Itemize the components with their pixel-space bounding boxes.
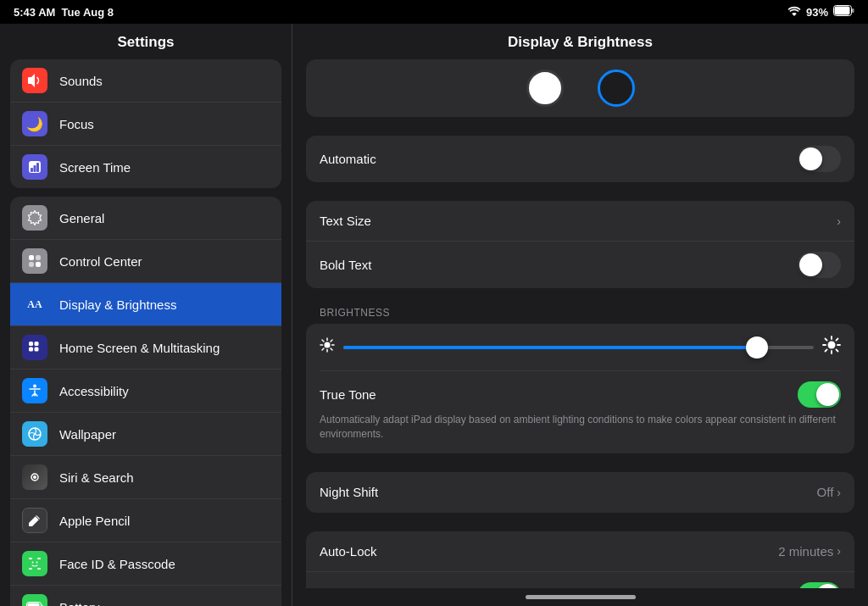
svg-point-16 <box>33 385 36 388</box>
bold-text-row: Bold Text <box>306 242 854 288</box>
sidebar-item-general[interactable]: General <box>10 197 281 240</box>
svg-rect-22 <box>29 568 32 570</box>
svg-rect-12 <box>29 342 33 346</box>
sidebar-item-apple-pencil-label: Apple Pencil <box>59 514 130 528</box>
light-mode-circle <box>526 69 564 107</box>
auto-lock-row[interactable]: Auto-Lock 2 minutes › <box>306 531 854 572</box>
svg-rect-10 <box>29 262 34 267</box>
content-title: Display & Brightness <box>292 24 868 59</box>
home-bar <box>526 595 636 599</box>
true-tone-label: True Tone <box>320 387 376 402</box>
sidebar-group-1: Sounds 🌙 Focus <box>10 59 281 188</box>
svg-point-19 <box>33 475 36 479</box>
appearance-light[interactable] <box>526 69 564 107</box>
sidebar-item-face-id[interactable]: Face ID & Passcode <box>10 542 281 586</box>
svg-point-41 <box>828 342 836 349</box>
brightness-slider-fill <box>343 346 757 349</box>
sidebar-item-accessibility-label: Accessibility <box>59 384 129 398</box>
sidebar-item-accessibility[interactable]: Accessibility <box>10 370 281 413</box>
brightness-section-label: BRIGHTNESS <box>320 307 854 319</box>
apple-pencil-icon <box>22 508 47 533</box>
automatic-row: Automatic <box>306 136 854 182</box>
sidebar-item-sounds[interactable]: Sounds <box>10 59 281 103</box>
svg-rect-15 <box>35 347 39 352</box>
svg-rect-13 <box>35 342 39 346</box>
svg-rect-21 <box>37 558 41 559</box>
sidebar-item-home-screen[interactable]: Home Screen & Multitasking <box>10 326 281 370</box>
svg-rect-9 <box>36 255 41 260</box>
true-tone-description: Automatically adapt iPad display based o… <box>320 413 841 442</box>
sidebar-item-control-center-label: Control Center <box>59 254 142 269</box>
battery-percent: 93% <box>806 6 828 19</box>
status-time: 5:43 AM Tue Aug 8 <box>14 6 114 19</box>
general-icon <box>22 205 47 231</box>
automatic-toggle-thumb <box>799 147 822 170</box>
content-area: Display & Brightness Automatic <box>292 24 868 606</box>
sidebar-item-battery-label: Battery <box>59 600 100 607</box>
sun-large-icon <box>822 336 841 359</box>
svg-rect-20 <box>29 558 32 559</box>
sidebar-item-screen-time[interactable]: Screen Time <box>10 146 281 188</box>
sidebar-item-battery[interactable]: Battery <box>10 586 281 606</box>
night-shift-row[interactable]: Night Shift Off › <box>306 472 854 513</box>
text-size-label: Text Size <box>320 214 371 228</box>
brightness-slider-row <box>320 336 841 359</box>
home-screen-icon <box>22 335 47 360</box>
content-scroll: Automatic Text Size › Bold Text <box>292 59 868 588</box>
svg-rect-28 <box>28 603 40 607</box>
svg-line-49 <box>826 349 827 351</box>
svg-rect-1 <box>852 8 854 13</box>
sidebar-group-2: General Control Center <box>10 197 281 606</box>
automatic-toggle[interactable] <box>798 146 841 172</box>
bold-text-toggle[interactable] <box>798 252 841 278</box>
dark-mode-circle <box>598 69 635 107</box>
sidebar-item-apple-pencil[interactable]: Apple Pencil <box>10 499 281 542</box>
bold-text-label: Bold Text <box>320 258 371 272</box>
sounds-icon <box>22 68 47 93</box>
lock-unlock-toggle[interactable] <box>798 582 841 588</box>
svg-rect-5 <box>34 165 36 172</box>
true-tone-toggle[interactable] <box>798 381 841 408</box>
bold-text-toggle-thumb <box>799 253 822 276</box>
text-size-chevron: › <box>837 214 841 228</box>
sidebar-item-siri-label: Siri & Search <box>59 470 134 485</box>
svg-rect-14 <box>29 347 33 352</box>
lock-unlock-toggle-thumb <box>816 584 839 588</box>
battery-icon <box>833 5 854 19</box>
brightness-slider-track[interactable] <box>343 346 814 349</box>
appearance-card <box>306 59 854 117</box>
night-shift-value: Off › <box>817 485 841 499</box>
auto-lock-chevron: › <box>837 544 841 558</box>
sidebar-item-siri[interactable]: Siri & Search <box>10 456 281 499</box>
appearance-dark[interactable] <box>598 69 635 107</box>
sidebar-item-display-label: Display & Brightness <box>59 297 176 312</box>
sidebar-item-focus[interactable]: 🌙 Focus <box>10 103 281 146</box>
sidebar-item-wallpaper[interactable]: Wallpaper <box>10 413 281 456</box>
display-icon: AA <box>22 292 47 317</box>
svg-line-48 <box>836 339 837 341</box>
sidebar-item-display[interactable]: AA Display & Brightness <box>10 283 281 326</box>
text-size-row[interactable]: Text Size › <box>306 201 854 242</box>
wallpaper-icon <box>22 421 47 447</box>
sidebar-item-screen-time-label: Screen Time <box>59 160 131 175</box>
svg-line-47 <box>836 349 837 351</box>
sidebar-item-control-center[interactable]: Control Center <box>10 240 281 283</box>
svg-point-24 <box>32 562 34 564</box>
brightness-slider-thumb <box>746 336 768 359</box>
status-bar: 5:43 AM Tue Aug 8 93% <box>0 0 868 24</box>
sidebar-content: Sounds 🌙 Focus <box>0 59 292 606</box>
home-indicator <box>292 588 868 606</box>
auto-lock-value: 2 minutes › <box>778 544 841 559</box>
sidebar-title: Settings <box>0 24 292 59</box>
night-shift-label: Night Shift <box>320 485 378 499</box>
svg-line-37 <box>322 340 324 342</box>
svg-line-46 <box>826 339 827 341</box>
focus-icon: 🌙 <box>22 111 47 136</box>
svg-rect-8 <box>29 255 34 260</box>
night-shift-chevron: › <box>837 486 841 499</box>
text-card: Text Size › Bold Text <box>306 201 854 288</box>
screen-time-icon <box>22 154 47 180</box>
automatic-card: Automatic <box>306 136 854 182</box>
face-id-icon <box>22 551 47 576</box>
automatic-label: Automatic <box>320 152 376 166</box>
